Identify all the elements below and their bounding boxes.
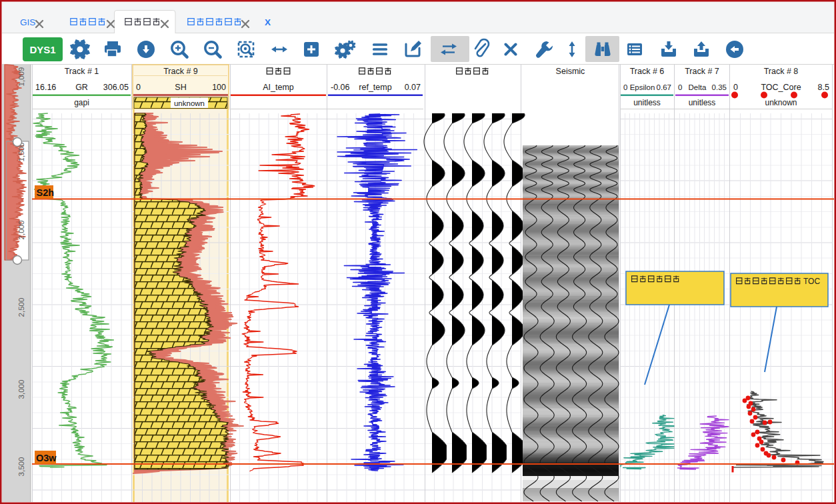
- svg-text:GIS: GIS: [20, 17, 35, 27]
- svg-text:unitless: unitless: [633, 98, 661, 107]
- svg-text:0.35: 0.35: [712, 83, 727, 91]
- svg-text:Delta: Delta: [689, 83, 707, 91]
- svg-text:Track # 1: Track # 1: [65, 67, 99, 76]
- svg-text:TOC_Core: TOC_Core: [761, 83, 801, 92]
- svg-text:gapi: gapi: [74, 98, 89, 107]
- svg-text:8.5: 8.5: [818, 83, 829, 92]
- svg-text:SH: SH: [175, 83, 186, 92]
- svg-text:1,009: 1,009: [17, 67, 25, 87]
- svg-text:S2h: S2h: [37, 187, 55, 198]
- svg-text:2,000: 2,000: [17, 221, 25, 240]
- svg-text:X: X: [265, 17, 271, 27]
- svg-text:unitless: unitless: [689, 98, 716, 107]
- svg-text:DYS1: DYS1: [29, 44, 55, 55]
- svg-text:0: 0: [733, 83, 738, 92]
- svg-text:Track # 9: Track # 9: [163, 67, 198, 76]
- svg-text:GR: GR: [75, 83, 88, 92]
- svg-text:0.07: 0.07: [405, 83, 421, 92]
- svg-text:-0.06: -0.06: [331, 83, 350, 92]
- svg-text:0: 0: [136, 83, 141, 92]
- svg-text:Track # 8: Track # 8: [764, 67, 799, 76]
- svg-text:Track # 6: Track # 6: [630, 67, 665, 76]
- svg-text:unknown: unknown: [174, 99, 205, 107]
- svg-text:0: 0: [678, 83, 682, 91]
- svg-text:Epsilon: Epsilon: [630, 83, 655, 91]
- svg-text:16.16: 16.16: [35, 83, 56, 92]
- svg-text:TOC: TOC: [803, 277, 820, 286]
- svg-text:2,500: 2,500: [17, 298, 25, 317]
- svg-text:100: 100: [212, 83, 226, 92]
- svg-text:0.67: 0.67: [657, 83, 671, 91]
- svg-text:Seismic: Seismic: [556, 67, 585, 76]
- svg-text:3,500: 3,500: [17, 457, 25, 477]
- svg-text:3,000: 3,000: [17, 380, 25, 399]
- svg-text:0: 0: [623, 83, 627, 91]
- svg-text:unknown: unknown: [765, 98, 797, 107]
- svg-text:Track # 7: Track # 7: [685, 67, 719, 76]
- svg-text:ref_temp: ref_temp: [359, 83, 391, 92]
- svg-text:O3w: O3w: [36, 453, 57, 463]
- svg-text:AI_temp: AI_temp: [263, 83, 294, 92]
- svg-text:306.05: 306.05: [103, 83, 129, 92]
